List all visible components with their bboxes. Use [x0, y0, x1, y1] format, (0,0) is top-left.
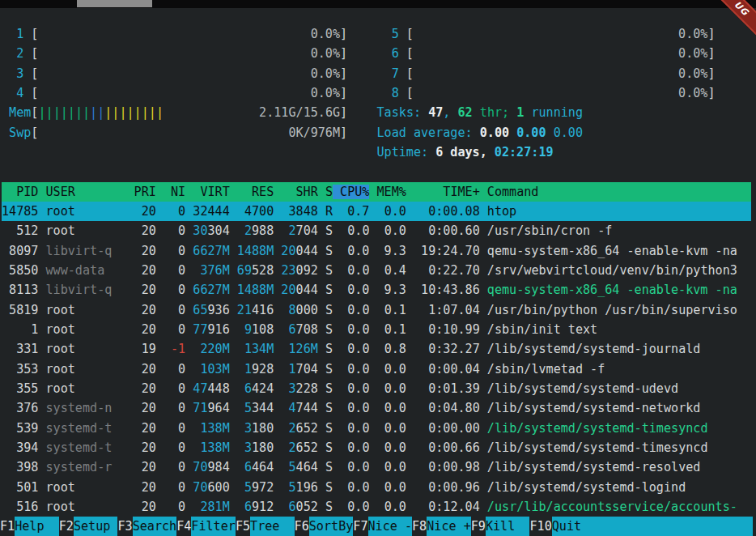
shr-cell: 704 [296, 362, 318, 376]
command-cell: /lib/systemd/systemd-udevd [480, 381, 678, 396]
priority-cell: 20 [134, 303, 156, 317]
text-segment [185, 204, 193, 219]
process-row-331[interactable]: 331 root 19 -1 220M 134M 126M S 0.0 0.8 … [2, 339, 751, 359]
meter-close-bracket: ] [707, 27, 715, 41]
time-cell: 0:01.39 [406, 381, 480, 396]
window-tab[interactable] [77, 0, 152, 7]
meter-close-bracket: ] [340, 125, 347, 140]
pid-cell: 1 [2, 322, 38, 337]
fn-key-f2[interactable]: F2Setup [59, 517, 118, 536]
time-cell: 19:24.70 [406, 244, 480, 258]
column-header-mem[interactable]: MEM% [369, 185, 406, 199]
process-row-394[interactable]: 394 systemd-t 20 0 138M 3180 2652 S 0.0 … [2, 438, 751, 457]
shr-cell: 20 [281, 244, 295, 258]
fn-key-label: Kill [486, 517, 530, 536]
time-cell: 0:00.98 [406, 460, 480, 474]
text-segment [185, 440, 200, 455]
shr-cell: 052 [296, 500, 318, 514]
fn-key-number: F1 [0, 517, 15, 536]
process-row-1[interactable]: 1 root 20 0 77916 9108 6708 S 0.0 0.1 0:… [2, 320, 751, 339]
priority-cell: 19 [134, 342, 156, 356]
fn-key-label: Nice - [368, 517, 413, 536]
process-row-398[interactable]: 398 systemd-r 20 0 70984 6464 5464 S 0.0… [2, 457, 751, 477]
fn-key-f4[interactable]: F4Filter [176, 517, 236, 536]
text-segment [230, 381, 244, 396]
virt-cell: 30 [193, 223, 207, 238]
load-average: 0.00 [480, 125, 509, 140]
virt-cell: 77 [193, 322, 207, 337]
text-segment [230, 421, 244, 436]
htop-screen: UG 1 [ 0.0%] 5 [ 0.0%] 2 [ 0.0%] 6 [ 0.0 [0, 0, 756, 536]
fn-key-number: F5 [236, 517, 250, 536]
pid-cell: 512 [2, 223, 38, 238]
process-row-8097[interactable]: 8097 libvirt-q 20 0 6627M 1488M 20044 S … [2, 241, 751, 261]
shr-cell: 464 [296, 460, 318, 474]
process-row-376[interactable]: 376 systemd-n 20 0 71964 5344 4744 S 0.0… [2, 398, 751, 418]
process-row-8113[interactable]: 8113 libvirt-q 20 0 6627M 1488M 20044 S … [2, 280, 751, 300]
process-row-5850[interactable]: 5850 www-data 20 0 376M 69528 23092 S 0.… [2, 261, 751, 280]
cpu-meter-7-label: 7 [377, 66, 406, 81]
state-cell: S [318, 401, 333, 415]
priority-cell: 20 [134, 204, 156, 219]
process-row-14785[interactable]: 14785 root 20 0 32444 4700 3848 R 0.7 0.… [2, 202, 751, 221]
user-cell: systemd-r [38, 460, 134, 474]
fn-key-f10[interactable]: F10Quit [529, 517, 753, 536]
process-row-353[interactable]: 353 root 20 0 103M 1928 1704 S 0.0 0.0 0… [2, 359, 751, 379]
column-header-virt[interactable]: VIRT [185, 185, 230, 199]
process-row-5819[interactable]: 5819 root 20 0 65936 21416 8000 S 0.0 0.… [2, 300, 751, 320]
column-header-command[interactable]: Command [480, 185, 539, 199]
time-cell: 0:00.00 [406, 421, 480, 436]
text-segment [347, 105, 376, 120]
process-row-516[interactable]: 516 root 20 0 281M 6912 6052 S 0.0 0.0 0… [2, 497, 751, 517]
res-cell: 464 [252, 460, 274, 474]
text-segment [2, 145, 376, 160]
fn-key-f5[interactable]: F5Tree [236, 517, 295, 536]
time-cell: 0:32.27 [406, 342, 480, 356]
shr-cell: 708 [296, 322, 318, 337]
fn-key-f1[interactable]: F1Help [0, 517, 59, 536]
column-header-s[interactable]: S [318, 185, 333, 199]
column-header-pri[interactable]: PRI [134, 185, 156, 199]
column-header-cpu[interactable]: CPU% [333, 185, 369, 199]
pid-cell: 501 [2, 480, 38, 495]
state-cell: S [318, 480, 333, 495]
fn-key-f3[interactable]: F3Search [117, 517, 176, 536]
column-header-user[interactable]: USER [38, 185, 134, 199]
user-cell: systemd-t [38, 421, 134, 436]
text-segment [230, 283, 237, 297]
function-key-bar: F1Help F2Setup F3SearchF4FilterF5Tree F6… [0, 517, 753, 536]
column-header-shr[interactable]: SHR [274, 185, 318, 199]
fn-key-f9[interactable]: F9Kill [471, 517, 530, 536]
fn-key-f7[interactable]: F7Nice - [353, 517, 412, 536]
fn-key-f8[interactable]: F8Nice + [412, 517, 471, 536]
meter-close-bracket: ] [707, 46, 715, 61]
res-cell: 344 [252, 401, 274, 415]
text-segment [230, 244, 237, 258]
fn-key-f6[interactable]: F6SortBy [295, 517, 354, 536]
state-cell: S [318, 303, 333, 317]
text-segment [38, 125, 288, 140]
column-header-res[interactable]: RES [230, 185, 274, 199]
nice-cell: 0 [156, 480, 185, 495]
shr-cell: 23 [281, 263, 295, 278]
shr-cell: 1 [288, 362, 295, 376]
cpu-meter-5-label: 5 [377, 27, 406, 41]
res-cell: 69 [237, 263, 252, 278]
tasks-summary: running [524, 105, 583, 120]
cpu-percent-cell: 0.0 [333, 303, 369, 317]
process-row-512[interactable]: 512 root 20 0 30304 2988 2704 S 0.0 0.0 … [2, 221, 751, 240]
process-row-539[interactable]: 539 systemd-t 20 0 138M 3180 2652 S 0.0 … [2, 419, 751, 438]
text-segment [230, 303, 237, 317]
nice-cell: 0 [156, 362, 185, 376]
fn-key-label: Tree [250, 517, 295, 536]
column-header-ni[interactable]: NI [156, 185, 185, 199]
text-segment [347, 66, 376, 81]
column-header-pid[interactable]: PID [2, 185, 38, 199]
process-row-355[interactable]: 355 root 20 0 47448 6424 3228 S 0.0 0.0 … [2, 379, 751, 398]
load-average: 0.00 [554, 125, 583, 140]
virt-cell: 138M [200, 421, 229, 436]
process-row-501[interactable]: 501 root 20 0 70600 5972 5196 S 0.0 0.0 … [2, 478, 751, 497]
priority-cell: 20 [134, 460, 156, 474]
text-segment [230, 204, 244, 219]
column-header-time[interactable]: TIME+ [406, 185, 480, 199]
